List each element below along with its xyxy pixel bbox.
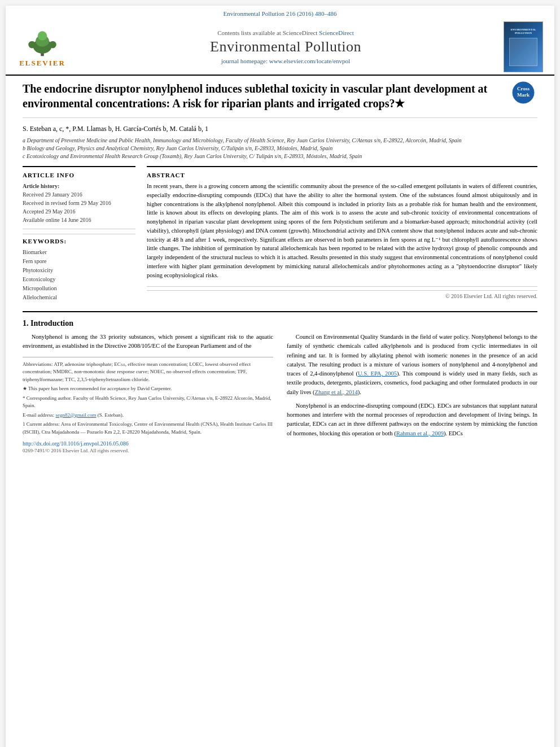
sciencedirect-link[interactable]: ScienceDirect (319, 29, 354, 36)
current-address-note: 1 Current address: Area of Environmental… (23, 421, 273, 436)
history-label: Article history: (23, 183, 59, 189)
keyword-6: Allelochemical (23, 293, 135, 302)
article-history-label: Article history: (23, 182, 135, 190)
doi-line[interactable]: http://dx.doi.org/10.1016/j.envpol.2016.… (23, 440, 273, 447)
affiliation-b: b Biology and Geology, Physics and Analy… (23, 145, 537, 152)
revised-date: Received in revised form 29 May 2016 (23, 199, 135, 207)
svg-text:Mark: Mark (517, 92, 530, 98)
contents-text: Contents lists available at ScienceDirec… (217, 29, 317, 36)
email-link[interactable]: segn82@gmail.com (55, 412, 96, 418)
authors-line: S. Esteban a, c, *, P.M. Llamas b, H. Ga… (23, 125, 537, 133)
homepage-url[interactable]: www.elsevier.com/locate/envpol (269, 58, 350, 64)
abbreviations-note: Abbreviations: ATP, adenosine triphospha… (23, 361, 273, 384)
journal-banner: ELSEVIER Contents lists available at Sci… (17, 19, 543, 75)
intro-left-para1: Nonylphenol is among the 33 priority sub… (23, 333, 273, 351)
elsevier-label: ELSEVIER (19, 59, 65, 68)
abstract-text: In recent years, there is a growing conc… (147, 182, 537, 279)
intro-right-para1: Council on Environmental Quality Standar… (287, 333, 537, 397)
email-note: E-mail address: segn82@gmail.com (S. Est… (23, 412, 273, 420)
intro-left-text: Nonylphenol is among the 33 priority sub… (23, 333, 273, 351)
keyword-2: Fern spore (23, 257, 135, 266)
affiliation-c: c Ecotoxicology and Environmental Health… (23, 152, 537, 160)
affiliation-a: a Department of Preventive Medicine and … (23, 137, 537, 145)
svg-point-4 (28, 41, 36, 48)
journal-cover-image: ENVIRONMENTALPOLLUTION (504, 21, 543, 72)
ref-epa-link[interactable]: U.S. EPA, 2005 (358, 370, 397, 377)
abstract-paragraph: In recent years, there is a growing conc… (147, 182, 537, 279)
article-info-column: ARTICLE INFO Article history: Received 2… (23, 166, 135, 302)
accepted-date: Accepted 29 May 2016 (23, 207, 135, 216)
journal-homepage: journal homepage: www.elsevier.com/locat… (79, 58, 492, 64)
crossmark-icon: Cross Mark (512, 81, 535, 104)
elsevier-logo: ELSEVIER (17, 27, 68, 68)
intro-right-text: Council on Environmental Quality Standar… (287, 333, 537, 438)
article-title: The endocrine disruptor nonylphenol indu… (23, 81, 498, 111)
abstract-label: ABSTRACT (147, 172, 537, 178)
keyword-5: Micropollution (23, 284, 135, 293)
abstract-box: ABSTRACT In recent years, there is a gro… (147, 166, 537, 287)
copyright-line: © 2016 Elsevier Ltd. All rights reserved… (147, 290, 537, 299)
issn-line: 0269-7491/© 2016 Elsevier Ltd. All right… (23, 448, 273, 453)
ref-zhang-link[interactable]: Zhang et al., 2014 (315, 389, 358, 395)
intro-right-para2: Nonylphenol is an endocrine-disrupting c… (287, 401, 537, 438)
abstract-column: ABSTRACT In recent years, there is a gro… (147, 166, 537, 302)
article-info-box: ARTICLE INFO Article history: Received 2… (23, 166, 135, 229)
journal-volume-text: Environmental Pollution 216 (2016) 480–4… (223, 10, 336, 17)
intro-heading: 1. Introduction (23, 319, 537, 328)
svg-point-5 (49, 41, 56, 48)
keywords-label: Keywords: (23, 238, 135, 244)
contents-line: Contents lists available at ScienceDirec… (79, 29, 492, 36)
email-label: E-mail address: (23, 412, 55, 418)
article-title-section: The endocrine disruptor nonylphenol indu… (23, 81, 537, 118)
affiliations: a Department of Preventive Medicine and … (23, 137, 537, 160)
keyword-4: Ecotoxicology (23, 275, 135, 284)
article-body: The endocrine disruptor nonylphenol indu… (6, 76, 554, 465)
article-title-container: The endocrine disruptor nonylphenol indu… (23, 81, 509, 111)
received-date: Received 29 January 2016 (23, 190, 135, 199)
intro-right-col: Council on Environmental Quality Standar… (287, 333, 537, 453)
intro-left-col: Nonylphenol is among the 33 priority sub… (23, 333, 273, 453)
crossmark[interactable]: Cross Mark (509, 81, 537, 104)
keywords-section: Keywords: Biomarker Fern spore Phytotoxi… (23, 234, 135, 302)
homepage-label: journal homepage: (221, 58, 268, 64)
intro-two-col: Nonylphenol is among the 33 priority sub… (23, 333, 537, 453)
elsevier-tree-icon (23, 27, 62, 58)
corresponding-note: * Corresponding author. Faculty of Healt… (23, 395, 273, 410)
available-date: Available online 14 June 2016 (23, 216, 135, 224)
star-note: ★ This paper has been recommended for ac… (23, 385, 273, 393)
article-info-label: ARTICLE INFO (23, 172, 135, 178)
article-info-abstract-section: ARTICLE INFO Article history: Received 2… (23, 166, 537, 302)
keyword-1: Biomarker (23, 248, 135, 257)
email-person: (S. Esteban). (98, 412, 124, 418)
article-number-bar: Environmental Pollution 216 (2016) 480–4… (17, 10, 543, 17)
journal-title: Environmental Pollution (79, 38, 492, 55)
cover-title-text: ENVIRONMENTALPOLLUTION (510, 28, 536, 36)
journal-header: Environmental Pollution 216 (2016) 480–4… (6, 6, 554, 76)
ref-rahman-link[interactable]: Rahman et al., 2009 (396, 430, 444, 436)
page: Environmental Pollution 216 (2016) 480–4… (6, 6, 554, 747)
journal-center: Contents lists available at ScienceDirec… (68, 29, 504, 64)
svg-text:Cross: Cross (517, 86, 530, 91)
footnotes-area: Abbreviations: ATP, adenosine triphospha… (23, 357, 273, 436)
keyword-3: Phytotoxicity (23, 266, 135, 275)
svg-point-3 (38, 31, 47, 41)
authors-text: S. Esteban a, c, *, P.M. Llamas b, H. Ga… (23, 125, 208, 133)
section-divider (23, 311, 537, 312)
